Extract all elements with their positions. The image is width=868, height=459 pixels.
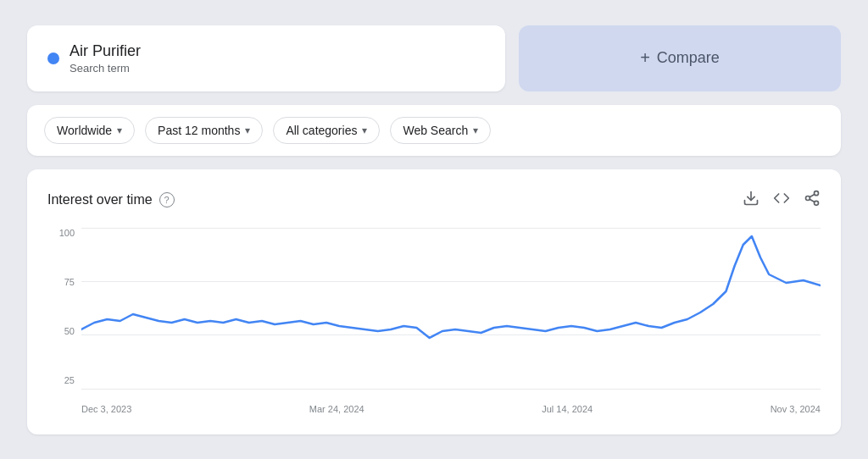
chevron-down-icon: ▾ [245,124,250,136]
filters-row: Worldwide ▾ Past 12 months ▾ All categor… [27,105,841,156]
filter-search-type-label: Web Search [403,124,468,137]
filter-time-label: Past 12 months [158,124,240,137]
x-label-jul: Jul 14, 2024 [542,404,593,414]
search-term-text: Air Purifier Search term [70,42,141,75]
filter-location[interactable]: Worldwide ▾ [44,117,135,144]
plus-icon: + [640,48,650,68]
svg-line-4 [810,199,815,202]
x-axis: Dec 3, 2023 Mar 24, 2024 Jul 14, 2024 No… [81,394,821,414]
y-axis: 100 75 50 25 [47,228,81,389]
embed-icon[interactable] [773,190,790,211]
chevron-down-icon: ▾ [117,124,122,136]
x-label-nov: Nov 3, 2024 [771,404,821,414]
compare-label: Compare [657,49,720,67]
filter-location-label: Worldwide [57,124,112,137]
main-container: Air Purifier Search term + Compare World… [27,25,841,434]
chevron-down-icon: ▾ [362,124,367,136]
help-icon[interactable]: ? [159,192,175,207]
term-color-dot [47,53,59,64]
compare-card[interactable]: + Compare [519,25,841,91]
chart-title-group: Interest over time ? [47,192,175,207]
chart-card: Interest over time ? [27,169,841,434]
search-term-type: Search term [70,62,141,75]
chart-area: 100 75 50 25 Dec 3, 2023 Mar 24, 2024 Ju… [47,228,821,414]
filter-search-type[interactable]: Web Search ▾ [390,117,491,144]
chevron-down-icon: ▾ [473,124,478,136]
chart-actions [743,190,821,211]
filter-category[interactable]: All categories ▾ [273,117,380,144]
y-label-25: 25 [47,375,81,385]
filter-time[interactable]: Past 12 months ▾ [145,117,263,144]
chart-title: Interest over time [47,192,153,207]
search-term-card: Air Purifier Search term [27,25,505,91]
top-row: Air Purifier Search term + Compare [27,25,841,91]
y-label-75: 75 [47,277,81,287]
x-label-dec: Dec 3, 2023 [81,404,131,414]
y-label-100: 100 [47,228,81,238]
line-chart-svg [81,228,821,389]
filter-category-label: All categories [286,124,357,137]
chart-header: Interest over time ? [47,190,821,211]
grid-line-25 [81,389,821,390]
share-icon[interactable] [804,190,821,211]
download-icon[interactable] [743,190,760,211]
x-label-mar: Mar 24, 2024 [309,404,364,414]
y-label-50: 50 [47,326,81,336]
search-term-name: Air Purifier [70,42,141,60]
svg-line-5 [810,194,815,196]
